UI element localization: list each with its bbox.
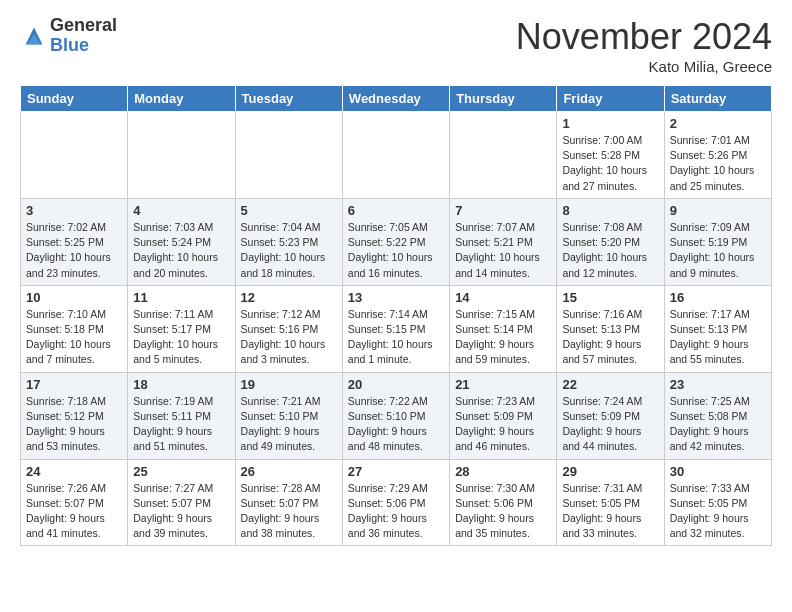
day-info: Sunrise: 7:04 AM Sunset: 5:23 PM Dayligh… <box>241 220 337 281</box>
calendar-day-cell: 26Sunrise: 7:28 AM Sunset: 5:07 PM Dayli… <box>235 459 342 546</box>
calendar-day-cell: 15Sunrise: 7:16 AM Sunset: 5:13 PM Dayli… <box>557 285 664 372</box>
calendar-day-cell: 27Sunrise: 7:29 AM Sunset: 5:06 PM Dayli… <box>342 459 449 546</box>
day-number: 22 <box>562 377 658 392</box>
day-number: 8 <box>562 203 658 218</box>
day-info: Sunrise: 7:00 AM Sunset: 5:28 PM Dayligh… <box>562 133 658 194</box>
day-number: 15 <box>562 290 658 305</box>
weekday-header-row: SundayMondayTuesdayWednesdayThursdayFrid… <box>21 86 772 112</box>
month-title: November 2024 <box>516 16 772 58</box>
page: General Blue November 2024 Kato Milia, G… <box>0 0 792 562</box>
calendar-day-cell: 2Sunrise: 7:01 AM Sunset: 5:26 PM Daylig… <box>664 112 771 199</box>
calendar-header: SundayMondayTuesdayWednesdayThursdayFrid… <box>21 86 772 112</box>
day-info: Sunrise: 7:05 AM Sunset: 5:22 PM Dayligh… <box>348 220 444 281</box>
calendar-day-cell <box>128 112 235 199</box>
weekday-header-thursday: Thursday <box>450 86 557 112</box>
day-number: 14 <box>455 290 551 305</box>
day-info: Sunrise: 7:08 AM Sunset: 5:20 PM Dayligh… <box>562 220 658 281</box>
day-number: 18 <box>133 377 229 392</box>
weekday-header-wednesday: Wednesday <box>342 86 449 112</box>
day-info: Sunrise: 7:33 AM Sunset: 5:05 PM Dayligh… <box>670 481 766 542</box>
calendar-day-cell: 30Sunrise: 7:33 AM Sunset: 5:05 PM Dayli… <box>664 459 771 546</box>
day-info: Sunrise: 7:14 AM Sunset: 5:15 PM Dayligh… <box>348 307 444 368</box>
calendar-week-row: 10Sunrise: 7:10 AM Sunset: 5:18 PM Dayli… <box>21 285 772 372</box>
calendar-day-cell: 24Sunrise: 7:26 AM Sunset: 5:07 PM Dayli… <box>21 459 128 546</box>
calendar-day-cell: 1Sunrise: 7:00 AM Sunset: 5:28 PM Daylig… <box>557 112 664 199</box>
calendar-day-cell: 12Sunrise: 7:12 AM Sunset: 5:16 PM Dayli… <box>235 285 342 372</box>
day-info: Sunrise: 7:03 AM Sunset: 5:24 PM Dayligh… <box>133 220 229 281</box>
calendar-day-cell: 23Sunrise: 7:25 AM Sunset: 5:08 PM Dayli… <box>664 372 771 459</box>
calendar-day-cell: 6Sunrise: 7:05 AM Sunset: 5:22 PM Daylig… <box>342 198 449 285</box>
day-info: Sunrise: 7:01 AM Sunset: 5:26 PM Dayligh… <box>670 133 766 194</box>
calendar-day-cell: 13Sunrise: 7:14 AM Sunset: 5:15 PM Dayli… <box>342 285 449 372</box>
day-info: Sunrise: 7:24 AM Sunset: 5:09 PM Dayligh… <box>562 394 658 455</box>
calendar-week-row: 3Sunrise: 7:02 AM Sunset: 5:25 PM Daylig… <box>21 198 772 285</box>
day-number: 19 <box>241 377 337 392</box>
day-info: Sunrise: 7:27 AM Sunset: 5:07 PM Dayligh… <box>133 481 229 542</box>
day-number: 3 <box>26 203 122 218</box>
calendar-week-row: 24Sunrise: 7:26 AM Sunset: 5:07 PM Dayli… <box>21 459 772 546</box>
day-number: 9 <box>670 203 766 218</box>
weekday-header-sunday: Sunday <box>21 86 128 112</box>
calendar-day-cell: 9Sunrise: 7:09 AM Sunset: 5:19 PM Daylig… <box>664 198 771 285</box>
day-number: 25 <box>133 464 229 479</box>
calendar-day-cell: 25Sunrise: 7:27 AM Sunset: 5:07 PM Dayli… <box>128 459 235 546</box>
day-number: 4 <box>133 203 229 218</box>
calendar-day-cell: 5Sunrise: 7:04 AM Sunset: 5:23 PM Daylig… <box>235 198 342 285</box>
day-info: Sunrise: 7:28 AM Sunset: 5:07 PM Dayligh… <box>241 481 337 542</box>
calendar-day-cell: 20Sunrise: 7:22 AM Sunset: 5:10 PM Dayli… <box>342 372 449 459</box>
logo-text: General Blue <box>50 16 117 56</box>
day-number: 7 <box>455 203 551 218</box>
logo: General Blue <box>20 16 117 56</box>
location: Kato Milia, Greece <box>516 58 772 75</box>
day-number: 6 <box>348 203 444 218</box>
day-info: Sunrise: 7:10 AM Sunset: 5:18 PM Dayligh… <box>26 307 122 368</box>
weekday-header-tuesday: Tuesday <box>235 86 342 112</box>
calendar-day-cell: 19Sunrise: 7:21 AM Sunset: 5:10 PM Dayli… <box>235 372 342 459</box>
day-number: 2 <box>670 116 766 131</box>
calendar-week-row: 1Sunrise: 7:00 AM Sunset: 5:28 PM Daylig… <box>21 112 772 199</box>
day-info: Sunrise: 7:19 AM Sunset: 5:11 PM Dayligh… <box>133 394 229 455</box>
calendar-day-cell: 17Sunrise: 7:18 AM Sunset: 5:12 PM Dayli… <box>21 372 128 459</box>
day-info: Sunrise: 7:17 AM Sunset: 5:13 PM Dayligh… <box>670 307 766 368</box>
day-number: 29 <box>562 464 658 479</box>
day-number: 11 <box>133 290 229 305</box>
day-info: Sunrise: 7:31 AM Sunset: 5:05 PM Dayligh… <box>562 481 658 542</box>
day-info: Sunrise: 7:26 AM Sunset: 5:07 PM Dayligh… <box>26 481 122 542</box>
calendar-day-cell <box>450 112 557 199</box>
header: General Blue November 2024 Kato Milia, G… <box>20 16 772 75</box>
day-number: 17 <box>26 377 122 392</box>
calendar-day-cell: 16Sunrise: 7:17 AM Sunset: 5:13 PM Dayli… <box>664 285 771 372</box>
day-number: 30 <box>670 464 766 479</box>
logo-general-label: General <box>50 16 117 36</box>
day-info: Sunrise: 7:22 AM Sunset: 5:10 PM Dayligh… <box>348 394 444 455</box>
day-info: Sunrise: 7:11 AM Sunset: 5:17 PM Dayligh… <box>133 307 229 368</box>
day-info: Sunrise: 7:12 AM Sunset: 5:16 PM Dayligh… <box>241 307 337 368</box>
day-info: Sunrise: 7:23 AM Sunset: 5:09 PM Dayligh… <box>455 394 551 455</box>
weekday-header-saturday: Saturday <box>664 86 771 112</box>
calendar-day-cell <box>235 112 342 199</box>
calendar-day-cell: 11Sunrise: 7:11 AM Sunset: 5:17 PM Dayli… <box>128 285 235 372</box>
calendar-day-cell: 22Sunrise: 7:24 AM Sunset: 5:09 PM Dayli… <box>557 372 664 459</box>
calendar-table: SundayMondayTuesdayWednesdayThursdayFrid… <box>20 85 772 546</box>
day-number: 28 <box>455 464 551 479</box>
day-info: Sunrise: 7:30 AM Sunset: 5:06 PM Dayligh… <box>455 481 551 542</box>
calendar-day-cell <box>21 112 128 199</box>
day-number: 1 <box>562 116 658 131</box>
day-number: 13 <box>348 290 444 305</box>
day-number: 24 <box>26 464 122 479</box>
calendar-day-cell: 8Sunrise: 7:08 AM Sunset: 5:20 PM Daylig… <box>557 198 664 285</box>
weekday-header-monday: Monday <box>128 86 235 112</box>
calendar-day-cell: 21Sunrise: 7:23 AM Sunset: 5:09 PM Dayli… <box>450 372 557 459</box>
day-number: 21 <box>455 377 551 392</box>
calendar-day-cell: 29Sunrise: 7:31 AM Sunset: 5:05 PM Dayli… <box>557 459 664 546</box>
day-number: 26 <box>241 464 337 479</box>
calendar-day-cell: 18Sunrise: 7:19 AM Sunset: 5:11 PM Dayli… <box>128 372 235 459</box>
calendar-day-cell <box>342 112 449 199</box>
logo-blue-label: Blue <box>50 36 117 56</box>
day-info: Sunrise: 7:29 AM Sunset: 5:06 PM Dayligh… <box>348 481 444 542</box>
calendar-day-cell: 10Sunrise: 7:10 AM Sunset: 5:18 PM Dayli… <box>21 285 128 372</box>
day-info: Sunrise: 7:21 AM Sunset: 5:10 PM Dayligh… <box>241 394 337 455</box>
day-number: 23 <box>670 377 766 392</box>
day-number: 20 <box>348 377 444 392</box>
calendar-day-cell: 7Sunrise: 7:07 AM Sunset: 5:21 PM Daylig… <box>450 198 557 285</box>
